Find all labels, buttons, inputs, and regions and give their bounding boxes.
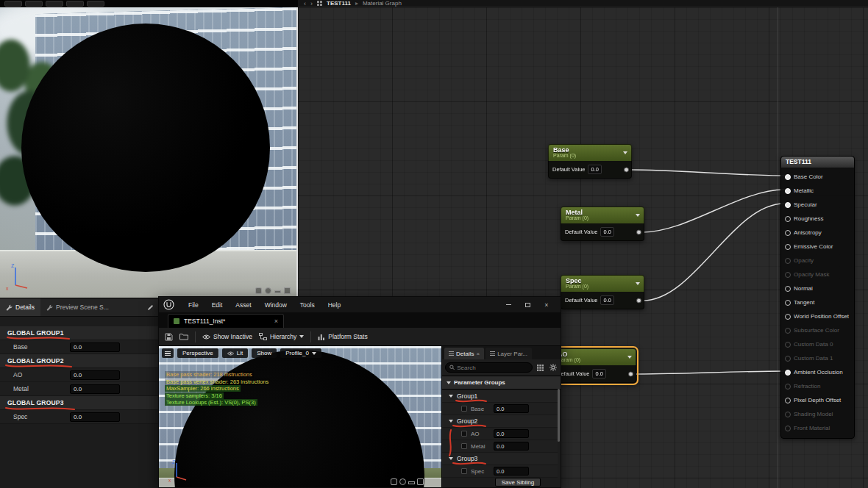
taskbar-button[interactable] bbox=[25, 1, 43, 7]
category-row[interactable]: GLOBAL GROUP2 bbox=[0, 354, 158, 368]
scrollbar[interactable] bbox=[558, 389, 560, 442]
pin-anisotropy[interactable]: Anisotropy bbox=[781, 226, 854, 240]
group-row-group2[interactable]: Group2 bbox=[442, 415, 558, 428]
platform-stats-button[interactable]: Platform Stats bbox=[318, 333, 367, 340]
pin-tangent[interactable]: Tangent bbox=[781, 295, 854, 309]
value-input[interactable]: 0.0 bbox=[494, 429, 529, 438]
viewport-menu-button[interactable] bbox=[162, 348, 174, 358]
menu-help[interactable]: Help bbox=[321, 301, 347, 309]
group-row-group1[interactable]: Group1 bbox=[442, 390, 558, 403]
chevron-down-icon[interactable] bbox=[636, 214, 640, 217]
param-node-header[interactable]: AO Param (0) bbox=[552, 348, 636, 365]
pin-emissive-color[interactable]: Emissive Color bbox=[781, 240, 854, 254]
output-pin[interactable] bbox=[624, 167, 629, 172]
menu-tools[interactable]: Tools bbox=[294, 301, 321, 309]
preview-sphere[interactable] bbox=[21, 24, 270, 272]
result-node-title[interactable]: TEST111 bbox=[781, 157, 854, 168]
taskbar-button[interactable] bbox=[4, 1, 22, 7]
menu-edit[interactable]: Edit bbox=[205, 301, 230, 309]
pin-metallic[interactable]: Metallic bbox=[781, 184, 854, 198]
tab-close-icon[interactable]: × bbox=[274, 317, 278, 325]
show-inactive-button[interactable]: Show Inactive bbox=[202, 333, 252, 340]
tab-close-icon[interactable]: × bbox=[476, 351, 480, 357]
param-node-header[interactable]: Base Param (0) bbox=[548, 144, 632, 161]
value-input[interactable]: 0.0 bbox=[70, 342, 120, 352]
minimize-button[interactable] bbox=[499, 297, 518, 312]
forward-arrow-icon[interactable]: › bbox=[310, 0, 313, 7]
save-sibling-button[interactable]: Save Sibling bbox=[495, 478, 541, 487]
output-pin[interactable] bbox=[636, 229, 641, 234]
default-value-input[interactable]: 0.0 bbox=[600, 295, 613, 305]
category-row[interactable]: GLOBAL GROUP1 bbox=[0, 326, 158, 340]
preview-shape-cylinder-button[interactable] bbox=[391, 478, 397, 485]
param-node-header[interactable]: Metal Param (0) bbox=[561, 207, 644, 223]
browse-to-asset-button[interactable] bbox=[179, 333, 188, 340]
param-node-spec[interactable]: Spec Param (0) Default Value 0.0 bbox=[561, 275, 644, 309]
tab-layer-parameters[interactable]: Layer Par... bbox=[485, 348, 532, 359]
value-input[interactable]: 0.0 bbox=[494, 442, 529, 451]
output-pin[interactable] bbox=[636, 298, 641, 303]
menu-window[interactable]: Window bbox=[258, 301, 294, 309]
doc-tab-test111-inst[interactable]: TEST111_Inst* × bbox=[168, 314, 284, 328]
lit-mode-button[interactable]: Lit bbox=[222, 348, 248, 358]
tab-preview-scene-settings[interactable]: Preview Scene S... bbox=[40, 298, 115, 316]
category-row[interactable]: GLOBAL GROUP3 bbox=[0, 396, 158, 410]
close-button[interactable]: × bbox=[537, 297, 556, 312]
breadcrumb-asset-name[interactable]: TEST111 bbox=[327, 0, 351, 7]
value-input[interactable]: 0.0 bbox=[70, 370, 120, 380]
pin-roughness[interactable]: Roughness bbox=[781, 212, 854, 226]
param-node-metal[interactable]: Metal Param (0) Default Value 0.0 bbox=[561, 207, 644, 241]
maximize-button[interactable] bbox=[518, 297, 537, 312]
show-menu-button[interactable]: Show bbox=[252, 348, 277, 358]
perspective-button[interactable]: Perspective bbox=[177, 348, 218, 358]
default-value-input[interactable]: 0.0 bbox=[588, 165, 601, 174]
preview-shape-plane-button[interactable] bbox=[274, 290, 281, 293]
output-pin[interactable] bbox=[628, 371, 633, 376]
value-input[interactable]: 0.0 bbox=[494, 404, 529, 413]
window-title-bar[interactable]: File Edit Asset Window Tools Help × bbox=[159, 297, 561, 312]
param-node-ao[interactable]: AO Param (0) Default Value 0.0 bbox=[552, 348, 636, 383]
preview-shape-sphere-button[interactable] bbox=[265, 287, 271, 294]
menu-file[interactable]: File bbox=[182, 301, 205, 309]
preview-shape-cube-button[interactable] bbox=[284, 287, 291, 294]
pin-normal[interactable]: Normal bbox=[781, 281, 854, 295]
search-box[interactable] bbox=[445, 362, 533, 373]
taskbar-button[interactable] bbox=[87, 1, 104, 7]
value-input[interactable]: 0.0 bbox=[70, 412, 120, 422]
override-checkbox[interactable] bbox=[461, 468, 467, 474]
pin-world-position-offset[interactable]: World Position Offset bbox=[781, 309, 854, 323]
group-row-group3[interactable]: Group3 bbox=[442, 453, 558, 465]
chevron-down-icon[interactable] bbox=[627, 356, 632, 359]
preview-shape-cylinder-button[interactable] bbox=[255, 287, 262, 294]
parameter-groups-header[interactable]: Parameter Groups bbox=[442, 376, 561, 390]
override-checkbox[interactable] bbox=[461, 443, 467, 449]
taskbar-button[interactable] bbox=[66, 1, 84, 7]
param-node-base[interactable]: Base Param (0) Default Value 0.0 bbox=[548, 144, 632, 179]
chevron-down-icon[interactable] bbox=[623, 151, 627, 154]
instance-preview-viewport[interactable]: Perspective Lit Show Profile_0 Base pass… bbox=[159, 346, 441, 487]
tab-details[interactable]: Details × bbox=[444, 348, 484, 359]
pin-base-color[interactable]: Base Color bbox=[781, 170, 854, 184]
hierarchy-button[interactable]: Hierarchy bbox=[259, 333, 304, 340]
material-result-node[interactable]: TEST111 Base Color Metallic Specular Rou… bbox=[780, 156, 855, 439]
preview-shape-sphere-button[interactable] bbox=[399, 478, 406, 485]
tab-details[interactable]: Details bbox=[0, 298, 40, 316]
back-arrow-icon[interactable]: ‹ bbox=[304, 0, 306, 7]
pin-ambient-occlusion[interactable]: Ambient Occlusion bbox=[781, 365, 854, 379]
menu-asset[interactable]: Asset bbox=[229, 301, 257, 309]
value-input[interactable]: 0.0 bbox=[494, 467, 529, 476]
settings-button[interactable] bbox=[548, 363, 558, 373]
save-button[interactable] bbox=[165, 333, 173, 341]
preview-shape-plane-button[interactable] bbox=[408, 481, 415, 484]
override-checkbox[interactable] bbox=[461, 431, 467, 437]
edit-layout-button[interactable] bbox=[147, 304, 158, 311]
preview-shape-cube-button[interactable] bbox=[417, 478, 424, 485]
taskbar-button[interactable] bbox=[46, 1, 63, 7]
chevron-down-icon[interactable] bbox=[636, 282, 640, 285]
override-checkbox[interactable] bbox=[461, 406, 467, 412]
preview-viewport[interactable]: Z x bbox=[0, 7, 298, 298]
pin-specular[interactable]: Specular bbox=[781, 198, 854, 212]
value-input[interactable]: 0.0 bbox=[70, 384, 120, 394]
default-value-input[interactable]: 0.0 bbox=[592, 369, 605, 378]
param-node-header[interactable]: Spec Param (0) bbox=[561, 275, 644, 292]
